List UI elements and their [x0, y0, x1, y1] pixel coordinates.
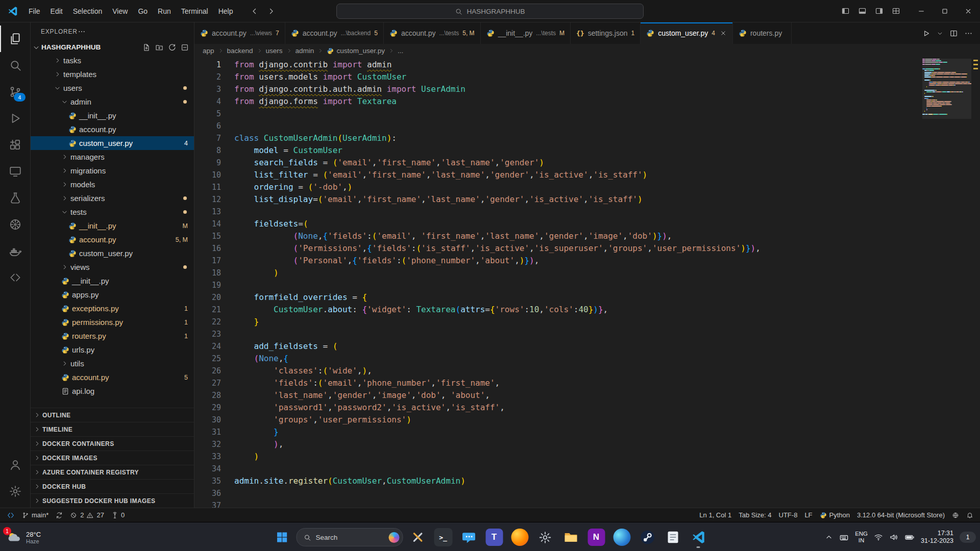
- status-branch[interactable]: main*: [18, 508, 52, 522]
- section-docker-containers[interactable]: DOCKER CONTAINERS: [31, 436, 194, 450]
- layout-grid-icon[interactable]: [892, 7, 900, 15]
- minimap[interactable]: [922, 59, 971, 119]
- taskbar-app-tools[interactable]: [407, 527, 429, 548]
- status-notifications[interactable]: [963, 512, 977, 519]
- menu-edit[interactable]: Edit: [45, 5, 68, 18]
- clock[interactable]: 17:31 31-12-2023: [921, 530, 953, 545]
- taskbar-app-edge[interactable]: [611, 527, 633, 548]
- tree-file-account.py[interactable]: account.py: [31, 122, 194, 136]
- new-file-icon[interactable]: [142, 43, 151, 52]
- menu-file[interactable]: File: [23, 5, 45, 18]
- taskbar-app-file-explorer[interactable]: [560, 527, 582, 548]
- battery-icon[interactable]: [904, 532, 915, 542]
- menu-selection[interactable]: Selection: [68, 5, 108, 18]
- menu-help[interactable]: Help: [213, 5, 238, 18]
- status-remote-indicator[interactable]: [3, 508, 18, 522]
- breadcrumb-item[interactable]: app: [203, 47, 214, 55]
- taskbar-app-firefox[interactable]: [509, 527, 531, 548]
- activity-testing[interactable]: [0, 185, 30, 211]
- tab-custom_user.py[interactable]: custom_user.py4: [641, 22, 733, 44]
- layout-sidebar-icon[interactable]: [841, 7, 850, 15]
- menu-run[interactable]: Run: [153, 5, 176, 18]
- tree-file-__init__.py[interactable]: __init__.pyM: [31, 219, 194, 233]
- tree-folder-tests[interactable]: tests: [31, 205, 194, 219]
- menu-terminal[interactable]: Terminal: [176, 5, 213, 18]
- status-problems[interactable]: 227: [66, 508, 108, 522]
- minimize-button[interactable]: [910, 0, 933, 22]
- breadcrumb-item[interactable]: users: [266, 47, 283, 55]
- tree-file-__init__.py[interactable]: __init__.py: [31, 109, 194, 122]
- start-button[interactable]: [271, 527, 293, 548]
- tree-folder-users[interactable]: users: [31, 81, 194, 95]
- status-ports[interactable]: 0: [108, 508, 128, 522]
- tab-account.py[interactable]: account.py...\views7: [194, 22, 285, 44]
- refresh-icon[interactable]: [168, 43, 176, 52]
- status-language-mode[interactable]: Python: [816, 511, 853, 519]
- tab-settings.json[interactable]: {}settings.json1: [571, 22, 641, 44]
- hidden-icons-chevron[interactable]: [825, 533, 833, 541]
- layout-panel-icon[interactable]: [858, 7, 867, 15]
- code-editor[interactable]: 1from django.contrib import admin2from u…: [194, 58, 980, 508]
- status-encoding[interactable]: UTF-8: [775, 511, 801, 519]
- section-azure-container-registry[interactable]: AZURE CONTAINER REGISTRY: [31, 465, 194, 479]
- tree-file-apps.py[interactable]: apps.py: [31, 288, 194, 302]
- status-feedback[interactable]: [948, 512, 963, 519]
- taskbar-app-vscode[interactable]: [688, 527, 709, 548]
- tree-folder-utils[interactable]: utils: [31, 357, 194, 370]
- taskbar-app-terminal[interactable]: >_: [432, 527, 454, 548]
- close-tab-icon[interactable]: [720, 30, 727, 37]
- activity-settings[interactable]: [0, 478, 30, 505]
- tree-file-custom_user.py[interactable]: custom_user.py: [31, 246, 194, 260]
- layout-sidebar-right-icon[interactable]: [875, 7, 884, 15]
- tree-file-account.py[interactable]: account.py5: [31, 370, 194, 384]
- tab-__init__.py[interactable]: __init__.py...\testsM: [481, 22, 571, 44]
- project-root-row[interactable]: HASHGRAPHHUB: [31, 41, 194, 54]
- section-timeline[interactable]: TIMELINE: [31, 422, 194, 436]
- taskbar-app-steam[interactable]: [636, 527, 658, 548]
- activity-source-control[interactable]: 4: [0, 79, 30, 105]
- tree-folder-views[interactable]: views: [31, 260, 194, 274]
- volume-icon[interactable]: [889, 533, 898, 542]
- taskbar-app-notepad[interactable]: [662, 527, 684, 548]
- section-docker-images[interactable]: DOCKER IMAGES: [31, 450, 194, 465]
- tab-account.py[interactable]: account.py...\backend5: [285, 22, 384, 44]
- activity-remote-explorer[interactable]: [0, 158, 30, 185]
- tab-account.py[interactable]: account.py...\tests5, M: [384, 22, 481, 44]
- section-outline[interactable]: OUTLINE: [31, 408, 194, 422]
- menu-go[interactable]: Go: [133, 5, 153, 18]
- language-switcher[interactable]: ENG IN: [855, 531, 868, 544]
- menu-view[interactable]: View: [107, 5, 133, 18]
- tree-file-urls.py[interactable]: urls.py: [31, 343, 194, 357]
- activity-docker[interactable]: [0, 238, 30, 264]
- close-button[interactable]: [957, 0, 980, 22]
- status-cursor-position[interactable]: Ln 1, Col 1: [696, 511, 735, 519]
- command-center-search[interactable]: HASHGRAPHHUB: [336, 4, 644, 19]
- activity-run-debug[interactable]: [0, 105, 30, 132]
- explorer-more-icon[interactable]: [78, 28, 86, 36]
- activity-account[interactable]: [0, 452, 30, 478]
- tab-routers.py[interactable]: routers.py: [733, 22, 792, 44]
- taskbar-app-chat[interactable]: [458, 527, 480, 548]
- new-folder-icon[interactable]: [155, 43, 163, 52]
- status-python-interpreter[interactable]: 3.12.0 64-bit (Microsoft Store): [853, 511, 948, 519]
- minimap-slider[interactable]: [922, 59, 971, 119]
- taskbar-app-settings[interactable]: [534, 527, 556, 548]
- touch-keyboard-icon[interactable]: [839, 533, 849, 542]
- tree-file-api.log[interactable]: api.log: [31, 384, 194, 398]
- status-eol[interactable]: LF: [801, 511, 816, 519]
- weather-widget[interactable]: 1 28°C Haze: [6, 530, 41, 545]
- activity-extensions[interactable]: [0, 132, 30, 158]
- tree-file-account.py[interactable]: account.py5, M: [31, 233, 194, 246]
- tree-folder-serializers[interactable]: serializers: [31, 191, 194, 205]
- run-file-button[interactable]: [922, 29, 930, 38]
- taskbar-app-onenote[interactable]: N: [585, 527, 607, 548]
- tree-folder-managers[interactable]: managers: [31, 150, 194, 164]
- activity-explorer[interactable]: [0, 26, 30, 52]
- activity-kubernetes[interactable]: [0, 211, 30, 238]
- taskbar-app-teams[interactable]: T: [483, 527, 505, 548]
- tree-folder-tasks[interactable]: tasks: [31, 54, 194, 67]
- tree-file-permissions.py[interactable]: permissions.py1: [31, 315, 194, 329]
- breadcrumb-item[interactable]: admin: [296, 47, 314, 55]
- chevron-down-icon[interactable]: [937, 30, 943, 37]
- tree-file-routers.py[interactable]: routers.py1: [31, 329, 194, 343]
